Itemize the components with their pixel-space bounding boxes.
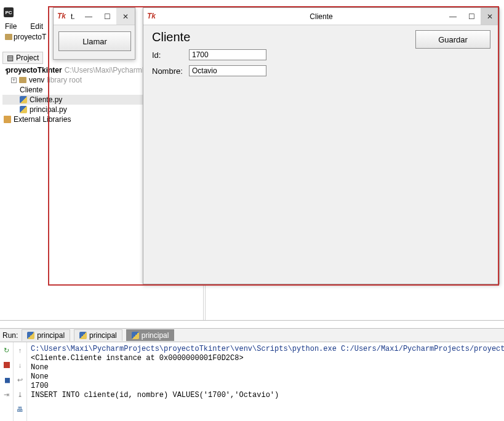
pause-button[interactable]: ▮▮	[2, 375, 11, 384]
project-toolwindow-icon: ▤	[7, 54, 14, 62]
run-tab-3-active[interactable]: principal	[126, 329, 175, 341]
tk-icon: Tk	[147, 12, 157, 22]
console-line: <Cliente.Cliente instance at 0x000000000…	[31, 354, 244, 363]
breadcrumb-root[interactable]: proyectoT	[14, 33, 46, 41]
nombre-input[interactable]	[189, 65, 266, 76]
tree-cliente[interactable]: Cliente	[2, 85, 144, 95]
tree-principal-py[interactable]: principal.py	[2, 105, 144, 114]
cliente-window: Tk Cliente — ☐ ✕ Cliente Guardar Id: Nom…	[143, 7, 500, 284]
menu-file[interactable]: File	[2, 21, 19, 32]
down-button[interactable]: ↓	[16, 361, 25, 369]
titlebar[interactable]: Tk t. — ☐ ✕	[54, 8, 135, 25]
id-label: Id:	[152, 50, 184, 60]
splitter-handle[interactable]	[203, 286, 206, 320]
run-gutter-secondary: ↑ ↓ ↩ ⤓ 🖶	[14, 342, 27, 421]
tree-external-libs[interactable]: External Libraries	[2, 114, 144, 124]
rerun-button[interactable]: ↻	[2, 346, 11, 355]
menu-edit[interactable]: Edit	[28, 21, 46, 32]
window-title: t.	[71, 12, 75, 21]
id-input[interactable]	[189, 49, 266, 60]
tree-venv[interactable]: + venv library root	[2, 75, 144, 85]
run-toolwindow: Run: principal principal principal ↻ ▮▮ …	[0, 328, 504, 421]
softwrap-button[interactable]: ↩	[16, 375, 25, 384]
run-gutter-primary: ↻ ▮▮ ⇥	[0, 342, 14, 421]
python-file-icon	[20, 106, 27, 113]
maximize-button[interactable]: ☐	[98, 8, 116, 25]
run-header: Run: principal principal principal	[0, 329, 504, 342]
print-button[interactable]: 🖶	[16, 405, 25, 414]
ide-logo-icon: PC	[4, 7, 14, 17]
tree-external-label: External Libraries	[14, 114, 71, 124]
close-button[interactable]: ✕	[116, 8, 135, 25]
console-output[interactable]: C:\Users\Maxi\PycharmProjects\proyectoTk…	[27, 342, 504, 421]
console-line: INSERT INTO cliente(id, nombre) VALUES('…	[31, 391, 279, 399]
tk-launcher-window: Tk t. — ☐ ✕ Llamar	[53, 7, 135, 60]
project-tree[interactable]: proyectoTkinter C:\Users\Maxi\PycharmP +…	[2, 65, 144, 124]
exit-button[interactable]: ⇥	[2, 390, 11, 399]
scroll-end-button[interactable]: ⤓	[16, 390, 25, 399]
tree-cliente-label: Cliente	[20, 85, 42, 95]
folder-icon	[19, 77, 26, 83]
expand-icon[interactable]: +	[11, 78, 17, 83]
project-toolwindow-label: Project	[16, 54, 39, 62]
run-tab-1[interactable]: principal	[22, 329, 70, 341]
python-file-icon	[20, 96, 27, 103]
tree-venv-hint: library root	[47, 75, 82, 85]
window-title: Cliente	[310, 12, 332, 21]
python-file-icon	[79, 332, 87, 339]
run-tab-label: principal	[37, 331, 65, 340]
run-tab-2[interactable]: principal	[74, 329, 122, 341]
folder-icon	[5, 34, 12, 40]
run-label: Run:	[2, 331, 18, 340]
nombre-label: Nombre:	[152, 66, 184, 76]
tree-cliente-py[interactable]: Cliente.py	[2, 95, 144, 105]
tree-venv-label: venv	[29, 75, 44, 85]
llamar-button[interactable]: Llamar	[58, 31, 131, 51]
tree-root-path: C:\Users\Maxi\PycharmP	[65, 65, 147, 75]
project-toolwindow-tab[interactable]: ▤ Project	[2, 52, 43, 64]
guardar-button[interactable]: Guardar	[415, 30, 490, 49]
python-file-icon	[27, 332, 34, 339]
console-line: None	[31, 363, 49, 372]
tree-root[interactable]: proyectoTkinter C:\Users\Maxi\PycharmP	[2, 65, 144, 75]
minimize-button[interactable]: —	[79, 8, 98, 25]
close-button[interactable]: ✕	[481, 8, 499, 25]
divider	[0, 320, 504, 321]
tree-cliente-py-label: Cliente.py	[30, 95, 62, 105]
minimize-button[interactable]: —	[444, 8, 462, 25]
python-file-icon	[132, 332, 139, 339]
breadcrumb: proyectoT	[5, 33, 46, 41]
maximize-button[interactable]: ☐	[462, 8, 481, 25]
tree-principal-py-label: principal.py	[30, 105, 67, 114]
console-line: C:\Users\Maxi\PycharmProjects\proyectoTk…	[31, 345, 504, 353]
library-icon	[4, 116, 11, 123]
up-button[interactable]: ↑	[16, 346, 25, 355]
run-tab-label: principal	[89, 331, 117, 340]
tk-icon: Tk	[57, 12, 67, 22]
titlebar[interactable]: Tk Cliente — ☐ ✕	[143, 8, 499, 25]
run-tab-label: principal	[142, 331, 169, 340]
console-line: None	[31, 372, 49, 381]
stop-button[interactable]	[2, 361, 11, 369]
tree-root-label: proyectoTkinter	[6, 65, 62, 75]
console-line: 1700	[31, 382, 49, 390]
